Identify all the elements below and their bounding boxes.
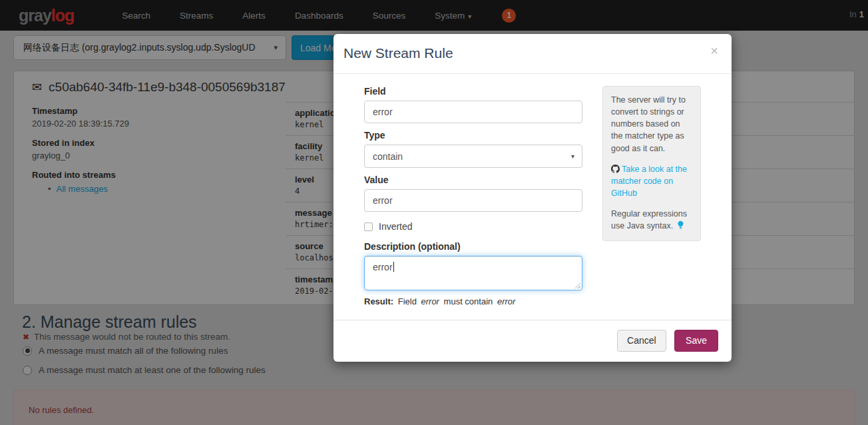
- description-textarea[interactable]: error: [364, 256, 582, 290]
- inverted-checkbox-row[interactable]: Inverted: [364, 221, 582, 232]
- stream-rule-form: Field Type contain ▾ Value Inverted Desc…: [364, 86, 582, 306]
- cancel-button[interactable]: Cancel: [617, 330, 666, 352]
- save-button[interactable]: Save: [674, 330, 718, 352]
- value-label: Value: [364, 175, 582, 185]
- checkbox-icon[interactable]: [364, 222, 373, 231]
- field-label: Field: [364, 86, 582, 97]
- field-input[interactable]: [364, 101, 582, 123]
- modal-header: New Stream Rule ×: [333, 34, 732, 74]
- matcher-help-box: The server will try to convert to string…: [602, 86, 701, 241]
- github-matcher-link[interactable]: Take a look at the matcher code on GitHu…: [611, 165, 687, 198]
- modal-body: Field Type contain ▾ Value Inverted Desc…: [333, 74, 732, 320]
- text-cursor: [393, 262, 394, 272]
- regex-help-row: Regular expressions use Java syntax.: [611, 208, 692, 232]
- modal-footer: Cancel Save: [333, 320, 732, 361]
- close-icon[interactable]: ×: [710, 43, 718, 59]
- description-text: error: [373, 262, 393, 272]
- chevron-down-icon: ▾: [571, 153, 574, 160]
- resize-handle[interactable]: [574, 282, 580, 288]
- graylog-app: graylog Search Streams Alerts Dashboards…: [0, 0, 868, 425]
- inverted-label: Inverted: [379, 221, 413, 232]
- help-text: The server will try to convert to string…: [611, 94, 692, 155]
- type-select[interactable]: contain ▾: [364, 145, 582, 168]
- github-link-row: Take a look at the matcher code on GitHu…: [611, 163, 692, 199]
- rule-result-preview: Result: Field error must contain error: [364, 296, 582, 306]
- value-input[interactable]: [364, 189, 582, 212]
- description-label: Description (optional): [364, 241, 582, 252]
- type-label: Type: [364, 130, 582, 141]
- modal-title: New Stream Rule: [343, 45, 718, 61]
- github-icon: [611, 165, 620, 173]
- lightbulb-icon[interactable]: [677, 220, 684, 230]
- type-select-value: contain: [373, 151, 403, 162]
- new-stream-rule-modal: New Stream Rule × Field Type contain ▾ V…: [333, 34, 732, 362]
